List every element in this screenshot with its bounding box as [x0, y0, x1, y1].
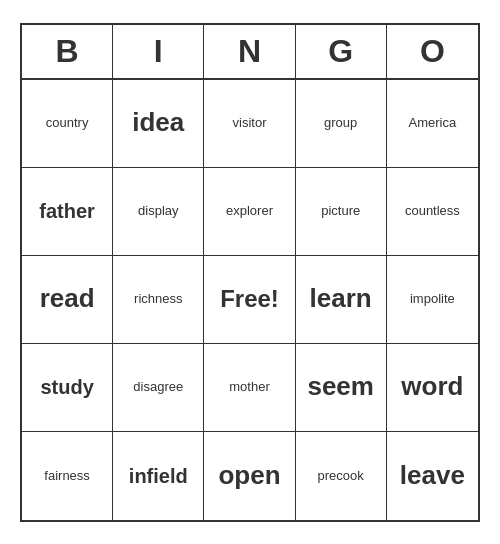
bingo-cell-6: display: [113, 168, 204, 256]
cell-text-1: idea: [132, 107, 184, 138]
bingo-cell-8: picture: [296, 168, 387, 256]
header-letter-n: N: [204, 25, 295, 78]
cell-text-22: open: [218, 460, 280, 491]
bingo-cell-5: father: [22, 168, 113, 256]
bingo-cell-11: richness: [113, 256, 204, 344]
cell-text-13: learn: [310, 283, 372, 314]
cell-text-16: disagree: [133, 379, 183, 395]
bingo-cell-17: mother: [204, 344, 295, 432]
cell-text-4: America: [409, 115, 457, 131]
cell-text-23: precook: [318, 468, 364, 484]
cell-text-3: group: [324, 115, 357, 131]
bingo-cell-22: open: [204, 432, 295, 520]
header-letter-b: B: [22, 25, 113, 78]
cell-text-18: seem: [307, 371, 374, 402]
bingo-cell-2: visitor: [204, 80, 295, 168]
bingo-cell-0: country: [22, 80, 113, 168]
bingo-grid: countryideavisitorgroupAmericafatherdisp…: [22, 80, 478, 520]
cell-text-7: explorer: [226, 203, 273, 219]
bingo-cell-10: read: [22, 256, 113, 344]
bingo-cell-19: word: [387, 344, 478, 432]
bingo-cell-14: impolite: [387, 256, 478, 344]
cell-text-17: mother: [229, 379, 269, 395]
bingo-cell-7: explorer: [204, 168, 295, 256]
bingo-cell-16: disagree: [113, 344, 204, 432]
bingo-cell-4: America: [387, 80, 478, 168]
cell-text-14: impolite: [410, 291, 455, 307]
cell-text-19: word: [401, 371, 463, 402]
bingo-cell-13: learn: [296, 256, 387, 344]
cell-text-20: fairness: [44, 468, 90, 484]
bingo-cell-15: study: [22, 344, 113, 432]
cell-text-10: read: [40, 283, 95, 314]
cell-text-5: father: [39, 199, 95, 223]
cell-text-24: leave: [400, 460, 465, 491]
bingo-cell-3: group: [296, 80, 387, 168]
header-letter-o: O: [387, 25, 478, 78]
cell-text-6: display: [138, 203, 178, 219]
cell-text-0: country: [46, 115, 89, 131]
cell-text-15: study: [40, 375, 93, 399]
bingo-cell-12: Free!: [204, 256, 295, 344]
cell-text-11: richness: [134, 291, 182, 307]
cell-text-12: Free!: [220, 285, 279, 314]
bingo-header: BINGO: [22, 25, 478, 80]
cell-text-8: picture: [321, 203, 360, 219]
header-letter-i: I: [113, 25, 204, 78]
bingo-cell-23: precook: [296, 432, 387, 520]
cell-text-21: infield: [129, 464, 188, 488]
bingo-cell-1: idea: [113, 80, 204, 168]
bingo-cell-20: fairness: [22, 432, 113, 520]
header-letter-g: G: [296, 25, 387, 78]
cell-text-9: countless: [405, 203, 460, 219]
bingo-cell-21: infield: [113, 432, 204, 520]
cell-text-2: visitor: [233, 115, 267, 131]
bingo-cell-18: seem: [296, 344, 387, 432]
bingo-cell-24: leave: [387, 432, 478, 520]
bingo-cell-9: countless: [387, 168, 478, 256]
bingo-card: BINGO countryideavisitorgroupAmericafath…: [20, 23, 480, 522]
